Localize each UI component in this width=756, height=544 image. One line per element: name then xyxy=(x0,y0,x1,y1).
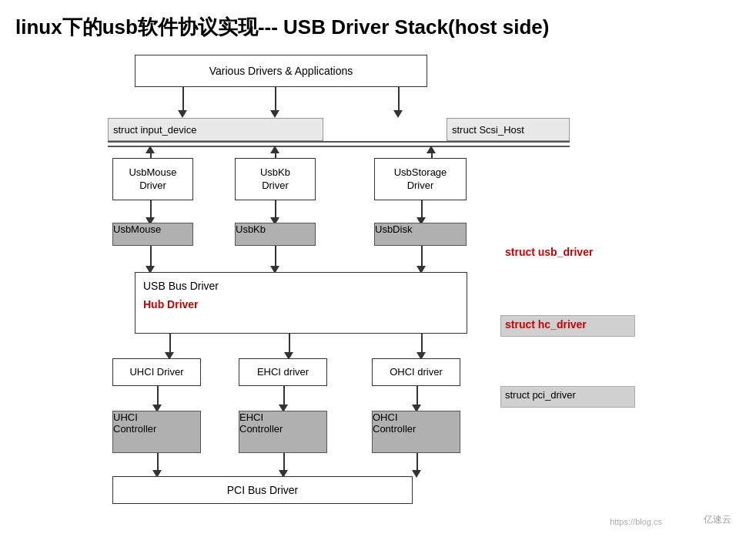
watermark: https://blog.cs xyxy=(610,517,662,526)
usbmouse-box: UsbMouse xyxy=(112,223,193,246)
uhci-ctrl-box: UHCI Controller xyxy=(112,411,201,453)
page-title: linux下的usb软件协议实现--- USB Driver Stack(hos… xyxy=(15,14,741,41)
pci-driver-label: struct pci_driver xyxy=(505,389,576,401)
usb-bus-box: USB Bus Driver Hub Driver xyxy=(135,272,467,334)
ehci-ctrl-box: EHCI Controller xyxy=(239,411,327,453)
ehci-driver-box: EHCI driver xyxy=(239,358,327,386)
hub-driver-label: Hub Driver xyxy=(143,297,199,311)
uhci-driver-box: UHCI Driver xyxy=(112,358,201,386)
page: linux下的usb软件协议实现--- USB Driver Stack(hos… xyxy=(0,0,756,544)
pci-bus-box: PCI Bus Driver xyxy=(112,476,413,504)
diagram: Various Drivers & Applications struct in… xyxy=(15,55,739,532)
usb-driver-label: struct usb_driver xyxy=(505,246,593,258)
ohci-ctrl-box: OHCI Controller xyxy=(372,411,460,453)
usbstorage-driver-box: UsbStorage Driver xyxy=(374,158,467,200)
usbkb-box: UsbKb xyxy=(235,223,316,246)
hc-driver-label: struct hc_driver xyxy=(505,318,587,331)
usbdisk-box: UsbDisk xyxy=(374,223,467,246)
ohci-driver-box: OHCI driver xyxy=(372,358,460,386)
usbkb-driver-box: UsbKb Driver xyxy=(235,158,316,200)
struct-scsi-box: struct Scsi_Host xyxy=(447,118,570,141)
struct-input-box: struct input_device xyxy=(108,118,323,141)
usbmouse-driver-box: UsbMouse Driver xyxy=(112,158,193,200)
watermark2: 亿速云 xyxy=(704,513,731,526)
various-box: Various Drivers & Applications xyxy=(135,55,427,87)
